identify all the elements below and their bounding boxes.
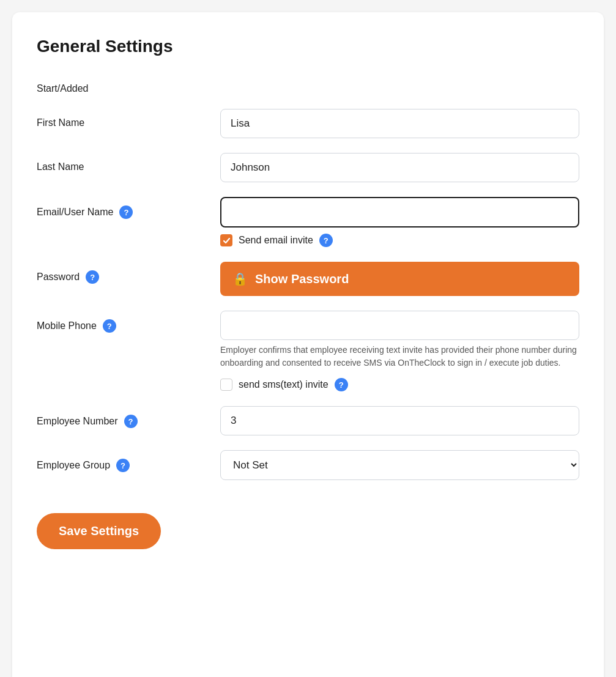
lock-icon: 🔒: [232, 272, 248, 286]
last-name-label-col: Last Name: [37, 153, 220, 172]
send-email-invite-label: Send email invite: [239, 235, 313, 246]
start-added-label: Start/Added: [37, 83, 89, 94]
email-help-icon[interactable]: ?: [119, 205, 133, 219]
employee-group-input-col: Not Set Group A Group B: [220, 450, 579, 480]
mobile-phone-row: Mobile Phone ? Employer confirms that em…: [37, 311, 579, 391]
employee-number-input[interactable]: [220, 406, 579, 435]
send-email-help-icon[interactable]: ?: [319, 234, 333, 247]
password-label: Password: [37, 272, 80, 283]
mobile-phone-label: Mobile Phone: [37, 320, 97, 331]
start-added-label-col: Start/Added: [37, 75, 220, 94]
last-name-row: Last Name: [37, 153, 579, 182]
employee-group-label-col: Employee Group ?: [37, 450, 220, 472]
first-name-input[interactable]: [220, 109, 579, 138]
first-name-label: First Name: [37, 117, 84, 128]
send-sms-invite-row: send sms(text) invite ?: [220, 378, 579, 391]
password-input-col: 🔒 Show Password: [220, 262, 579, 296]
page-title: General Settings: [37, 37, 579, 56]
send-sms-invite-checkbox[interactable]: [220, 379, 232, 391]
last-name-input-col: [220, 153, 579, 182]
employee-group-help-icon[interactable]: ?: [116, 459, 130, 472]
employee-number-help-icon[interactable]: ?: [124, 415, 138, 428]
last-name-label: Last Name: [37, 161, 84, 172]
email-label: Email/User Name: [37, 207, 113, 218]
employee-number-label: Employee Number: [37, 416, 118, 427]
mobile-phone-input[interactable]: [220, 311, 579, 340]
first-name-label-col: First Name: [37, 109, 220, 128]
email-input[interactable]: [220, 197, 579, 228]
sms-help-icon[interactable]: ?: [335, 378, 348, 391]
send-email-invite-row: Send email invite ?: [220, 234, 579, 247]
show-password-label: Show Password: [255, 272, 349, 286]
employee-number-row: Employee Number ?: [37, 406, 579, 435]
show-password-button[interactable]: 🔒 Show Password: [220, 262, 579, 296]
save-settings-button[interactable]: Save Settings: [37, 513, 161, 549]
mobile-phone-input-col: Employer confirms that employee receivin…: [220, 311, 579, 391]
employee-group-select[interactable]: Not Set Group A Group B: [220, 450, 579, 480]
send-email-invite-checkbox[interactable]: [220, 234, 232, 246]
password-help-icon[interactable]: ?: [86, 270, 99, 284]
password-row: Password ? 🔒 Show Password: [37, 262, 579, 296]
checkmark-icon: [223, 237, 231, 245]
mobile-phone-helper-text: Employer confirms that employee receivin…: [220, 344, 579, 369]
employee-number-input-col: [220, 406, 579, 435]
email-label-col: Email/User Name ?: [37, 197, 220, 219]
save-settings-label: Save Settings: [59, 524, 139, 538]
general-settings-page: General Settings Start/Added First Name …: [12, 12, 604, 677]
first-name-row: First Name: [37, 109, 579, 138]
mobile-phone-help-icon[interactable]: ?: [103, 319, 116, 333]
employee-group-label: Employee Group: [37, 460, 110, 471]
employee-group-row: Employee Group ? Not Set Group A Group B: [37, 450, 579, 480]
employee-number-label-col: Employee Number ?: [37, 406, 220, 428]
password-label-col: Password ?: [37, 262, 220, 284]
send-sms-invite-label: send sms(text) invite: [239, 379, 328, 390]
first-name-input-col: [220, 109, 579, 138]
start-added-row: Start/Added: [37, 75, 579, 94]
last-name-input[interactable]: [220, 153, 579, 182]
mobile-phone-label-col: Mobile Phone ?: [37, 311, 220, 333]
email-row: Email/User Name ? Send email invite ?: [37, 197, 579, 247]
email-input-col: Send email invite ?: [220, 197, 579, 247]
